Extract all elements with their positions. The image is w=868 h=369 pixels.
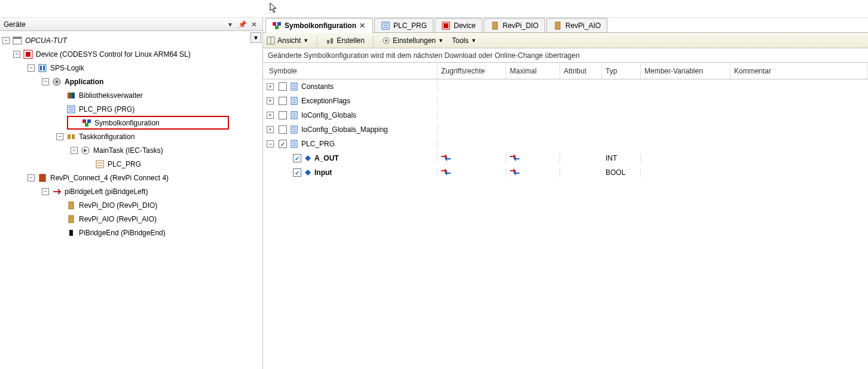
tree-application-node[interactable]: − Application	[0, 75, 262, 88]
col-attribut[interactable]: Attribut	[560, 63, 602, 79]
symbol-row-constants[interactable]: + Constants	[263, 79, 868, 94]
tree-plcprg-node[interactable]: PLC_PRG (PRG)	[0, 102, 262, 116]
pou-icon	[66, 104, 77, 114]
symbol-row-ioconfig-mapping[interactable]: + IoConfig_Globals_Mapping	[263, 122, 868, 137]
editor-tabs: Symbolkonfiguration ✕ PLC_PRG Device Re	[263, 18, 868, 33]
tree-symbolconfig-node[interactable]: Symbolkonfiguration	[68, 116, 160, 130]
collapse-icon[interactable]: −	[13, 51, 20, 58]
tab-symbolkonfiguration[interactable]: Symbolkonfiguration ✕	[265, 18, 373, 32]
row-checkbox[interactable]	[279, 82, 287, 91]
editor-panel: Symbolkonfiguration ✕ PLC_PRG Device Re	[263, 18, 868, 369]
tree-node-label: PiBridgeEnd (PiBridgeEnd)	[79, 229, 166, 237]
svg-rect-43	[331, 38, 333, 44]
symbol-row-plcprg[interactable]: − PLC_PRG	[263, 137, 868, 151]
tree-node-label: MainTask (IEC-Tasks)	[93, 146, 163, 155]
readwrite-icon[interactable]	[441, 153, 451, 164]
collapse-icon[interactable]: −	[2, 37, 10, 44]
application-icon	[51, 77, 62, 87]
col-typ[interactable]: Typ	[602, 63, 641, 79]
tree-revpidio-node[interactable]: RevPi_DIO (RevPi_DIO)	[0, 198, 262, 212]
svg-rect-30	[277, 22, 281, 26]
row-label: Constants	[301, 82, 334, 91]
panel-close-icon[interactable]: ✕	[249, 20, 259, 29]
tree-sps-node[interactable]: − SPS-Logik	[0, 61, 262, 75]
row-checkbox[interactable]	[293, 154, 301, 162]
ansicht-button[interactable]: Ansicht ▼	[267, 36, 308, 45]
tab-label: RevPi_AIO	[566, 21, 601, 30]
expand-icon[interactable]: +	[267, 126, 274, 133]
tree-device-node[interactable]: − Device (CODESYS Control for Linux ARM6…	[0, 47, 262, 61]
tree-node-label: RevPi_AIO (RevPi_AIO)	[79, 215, 157, 223]
io-module-icon	[66, 201, 77, 210]
svg-rect-22	[96, 161, 103, 168]
chevron-down-icon: ▼	[438, 38, 444, 44]
svg-rect-1	[13, 37, 22, 39]
project-icon	[12, 36, 23, 45]
svg-rect-26	[69, 202, 74, 209]
row-checkbox[interactable]	[279, 140, 287, 148]
tree-pibridge-node[interactable]: − piBridgeLeft (piBridgeLeft)	[0, 184, 262, 198]
row-checkbox[interactable]	[279, 111, 287, 119]
info-text: Geänderte Symbolkonfiguration wird mit d…	[268, 51, 580, 60]
col-zugriffsrechte[interactable]: Zugriffsrechte	[438, 63, 506, 79]
varlist-icon	[289, 139, 299, 149]
tab-plcprg[interactable]: PLC_PRG	[374, 18, 433, 32]
col-symbole[interactable]: Symbole	[263, 63, 438, 79]
tools-button[interactable]: Tools ▼	[452, 36, 476, 45]
col-maximal[interactable]: Maximal	[506, 63, 560, 79]
readwrite-icon	[510, 168, 519, 178]
symbolconfig-icon	[81, 118, 92, 128]
tab-revpiaio[interactable]: RevPi_AIO	[546, 18, 607, 32]
collapse-icon[interactable]: −	[27, 64, 35, 72]
ansicht-label: Ansicht	[277, 36, 301, 45]
symbol-row-aout[interactable]: A_OUT INT	[263, 151, 868, 165]
symbol-row-ioconfig[interactable]: + IoConfig_Globals	[263, 108, 868, 122]
collapse-icon[interactable]: −	[42, 78, 49, 85]
pou-call-icon	[94, 159, 105, 169]
readwrite-icon[interactable]	[441, 168, 451, 178]
tree-project-root[interactable]: − OPCUA-TUT	[0, 33, 262, 47]
io-module-icon	[490, 21, 500, 30]
col-member[interactable]: Member-Variablen	[641, 63, 731, 79]
panel-pin-icon[interactable]: 📌	[237, 20, 247, 29]
tree-dropdown-icon[interactable]: ▾	[250, 32, 261, 43]
tab-device[interactable]: Device	[435, 18, 482, 32]
chevron-down-icon: ▼	[471, 38, 476, 44]
erstellen-button[interactable]: Erstellen	[326, 36, 365, 45]
varlist-icon	[289, 82, 299, 91]
symbol-row-exceptionflags[interactable]: + ExceptionFlags	[263, 94, 868, 108]
collapse-icon[interactable]: −	[56, 133, 63, 140]
tree-pibridgeend-node[interactable]: PiBridgeEnd (PiBridgeEnd)	[0, 226, 262, 239]
symbol-row-input[interactable]: Input BOOL	[263, 165, 868, 180]
tab-close-icon[interactable]: ✕	[359, 21, 366, 30]
expand-icon[interactable]: +	[267, 97, 274, 104]
svg-rect-29	[273, 22, 276, 26]
tree-revpiaio-node[interactable]: RevPi_AIO (RevPi_AIO)	[0, 212, 262, 226]
collapse-icon[interactable]: −	[42, 188, 49, 195]
tree-revpi-node[interactable]: − RevPi_Connect_4 (RevPi Connect 4)	[0, 171, 262, 184]
row-checkbox[interactable]	[293, 168, 301, 177]
collapse-icon[interactable]: −	[71, 147, 78, 154]
panel-dropdown-icon[interactable]: ▾	[225, 20, 235, 29]
svg-rect-5	[40, 66, 42, 70]
tree-library-node[interactable]: Bibliotheksverwalter	[0, 88, 262, 102]
tab-label: Symbolkonfiguration	[285, 21, 356, 30]
svg-rect-25	[39, 174, 45, 182]
einstellungen-button[interactable]: Einstellungen ▼	[382, 36, 444, 45]
tab-revpidio[interactable]: RevPi_DIO	[484, 18, 545, 32]
expand-icon[interactable]: +	[267, 83, 274, 90]
svg-rect-4	[39, 64, 46, 72]
collapse-icon[interactable]: −	[27, 174, 35, 182]
revpi-icon	[37, 173, 48, 183]
svg-marker-71	[305, 170, 311, 176]
col-kommentar[interactable]: Kommentar	[731, 63, 868, 79]
task-icon	[80, 146, 91, 155]
row-checkbox[interactable]	[279, 97, 287, 105]
collapse-icon[interactable]: −	[267, 140, 274, 147]
tree-plcprg-task-node[interactable]: PLC_PRG	[0, 157, 262, 171]
row-checkbox[interactable]	[279, 125, 287, 134]
tree-maintask-node[interactable]: − MainTask (IEC-Tasks)	[0, 143, 262, 157]
expand-icon[interactable]: +	[267, 112, 274, 119]
tree-node-label: piBridgeLeft (piBridgeLeft)	[65, 187, 148, 196]
tree-taskconfig-node[interactable]: − Taskkonfiguration	[0, 130, 262, 143]
